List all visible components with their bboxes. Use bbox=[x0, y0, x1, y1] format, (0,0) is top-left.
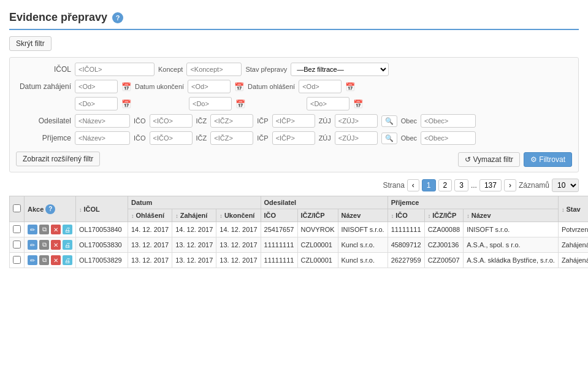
th-akce: Akce ? bbox=[25, 196, 76, 222]
edit-icon[interactable]: ✏ bbox=[28, 240, 37, 250]
table-row: ✏ ⧉ ✕ 🖨 OL170053829 13. 12. 2017 13. 12.… bbox=[10, 253, 589, 268]
records-per-page-select[interactable]: 10 25 50 bbox=[552, 179, 579, 192]
clear-filter-button[interactable]: ↺ Vymazat filtr bbox=[458, 152, 520, 167]
print-icon[interactable]: 🖨 bbox=[63, 255, 72, 265]
prijemce-zuj-search-button[interactable]: 🔍 bbox=[381, 133, 397, 144]
cal-ukonceni-to-icon[interactable]: 📅 bbox=[235, 99, 245, 109]
row-actions: ✏ ⧉ ✕ 🖨 bbox=[25, 237, 76, 253]
toolbar: Skrýt filtr bbox=[9, 36, 579, 51]
prijemce-obec-input[interactable] bbox=[421, 131, 476, 145]
data-table: Akce ? ↕ IČOL Datum Odesilatel Příjemce … bbox=[9, 196, 588, 268]
odesilatel-nazev-input[interactable] bbox=[75, 114, 130, 128]
stav-select[interactable]: —Bez filtrace— bbox=[291, 63, 389, 76]
page-1-button[interactable]: 1 bbox=[422, 179, 436, 191]
th-odesilatel-group: Odesilatel bbox=[261, 196, 388, 209]
row-odesilatel-ico: 11111111 bbox=[261, 237, 297, 253]
page-header: Evidence přepravy ? bbox=[9, 6, 579, 30]
datum-zahajeni-from[interactable] bbox=[75, 80, 118, 93]
prijemce-icp-input[interactable] bbox=[272, 131, 315, 145]
row-prijemce-nazev: A.S.A., spol. s r.o. bbox=[464, 237, 559, 253]
edit-icon[interactable]: ✏ bbox=[28, 225, 37, 234]
prijemce-label: Příjemce bbox=[16, 134, 71, 142]
filter-section: IČOL Koncept Stav přepravy —Bez filtrace… bbox=[9, 57, 579, 172]
koncept-input[interactable] bbox=[186, 63, 242, 76]
page-3-button[interactable]: 3 bbox=[454, 179, 468, 191]
row-prijemce-nazev: A.S.A. skládka Bystřice, s.r.o. bbox=[464, 253, 559, 268]
odesilatel-icp-input[interactable] bbox=[272, 114, 315, 128]
expand-filter-button[interactable]: Zobrazit rozšířený filtr bbox=[16, 152, 100, 166]
th-prijemce-group: Příjemce bbox=[388, 196, 558, 209]
datum-ohlaseni-from[interactable] bbox=[299, 80, 342, 93]
odesilatel-zuj-search-button[interactable]: 🔍 bbox=[381, 115, 397, 127]
cal-ukonceni-from-icon[interactable]: 📅 bbox=[234, 82, 244, 91]
datum-ohlaseni-to[interactable] bbox=[307, 97, 349, 110]
odesilatel-zuj-input[interactable] bbox=[335, 114, 378, 128]
zuj-label-od: ZÚJ bbox=[319, 117, 331, 125]
page-ellipsis: ... bbox=[471, 181, 477, 190]
hide-filter-button[interactable]: Skrýt filtr bbox=[9, 36, 52, 51]
row-checkbox[interactable] bbox=[13, 241, 21, 249]
prev-page-button[interactable]: ‹ bbox=[407, 179, 419, 191]
print-icon[interactable]: 🖨 bbox=[63, 225, 72, 234]
filter-row-2: Datum zahájení 📅 Datum ukončení 📅 Datum … bbox=[16, 80, 572, 93]
cal-ohlaseni-from-icon[interactable]: 📅 bbox=[345, 82, 355, 91]
row-prijemce-ico: 26227959 bbox=[388, 253, 424, 268]
th-prijemce-nazev: ↕ Název bbox=[464, 209, 559, 222]
icol-input[interactable] bbox=[75, 63, 155, 76]
row-checkbox[interactable] bbox=[13, 256, 21, 264]
row-odesilatel-ico: 25417657 bbox=[261, 222, 297, 237]
filter-row-3: 📅 📅 📅 bbox=[16, 97, 572, 110]
row-prijemce-iczicz: CZJ00136 bbox=[424, 237, 464, 253]
filter-icon: ⚙ bbox=[530, 155, 537, 164]
datum-ukonceni-to[interactable] bbox=[189, 97, 232, 110]
cal-zahajeni-from-icon[interactable]: 📅 bbox=[121, 82, 131, 91]
datum-ukonceni-from[interactable] bbox=[188, 80, 231, 93]
delete-icon[interactable]: ✕ bbox=[51, 240, 61, 250]
th-icol: ↕ IČOL bbox=[76, 196, 128, 222]
row-odesilatel-nazev: Kuncl s.r.o. bbox=[338, 253, 388, 268]
row-prijemce-ico: 11111111 bbox=[388, 222, 424, 237]
print-icon[interactable]: 🖨 bbox=[63, 240, 72, 250]
refresh-icon: ↺ bbox=[465, 155, 471, 164]
delete-icon[interactable]: ✕ bbox=[51, 225, 61, 234]
table-row: ✏ ⧉ ✕ 🖨 OL170053830 13. 12. 2017 13. 12.… bbox=[10, 237, 589, 253]
row-icol: OL170053840 bbox=[76, 222, 128, 237]
copy-icon[interactable]: ⧉ bbox=[39, 255, 49, 265]
filter-row-odesilatel: Odesilatel IČO IČZ IČP ZÚJ 🔍 Obec bbox=[16, 114, 572, 128]
prijemce-ico-input[interactable] bbox=[150, 131, 193, 145]
row-stav: Zahájená bbox=[558, 253, 588, 268]
row-prijemce-nazev: INISOFT s.r.o. bbox=[464, 222, 559, 237]
row-checkbox-cell bbox=[10, 222, 25, 237]
row-prijemce-ico: 45809712 bbox=[388, 237, 424, 253]
page-help-icon[interactable]: ? bbox=[112, 12, 123, 23]
filter-button[interactable]: ⚙ Filtrovat bbox=[524, 152, 572, 167]
prijemce-nazev-input[interactable] bbox=[75, 131, 130, 145]
datum-zahajeni-to[interactable] bbox=[75, 97, 118, 110]
delete-icon[interactable]: ✕ bbox=[51, 255, 61, 265]
row-odesilatel-iczicz: CZL00001 bbox=[297, 237, 338, 253]
row-odesilatel-iczicz: NOVYROK bbox=[297, 222, 338, 237]
select-all-checkbox[interactable] bbox=[13, 204, 21, 212]
prijemce-icz-input[interactable] bbox=[210, 131, 253, 145]
copy-icon[interactable]: ⧉ bbox=[39, 225, 49, 234]
copy-icon[interactable]: ⧉ bbox=[39, 240, 49, 250]
odesilatel-icz-input[interactable] bbox=[210, 114, 253, 128]
akce-help-icon[interactable]: ? bbox=[45, 204, 55, 214]
odesilatel-obec-input[interactable] bbox=[421, 114, 476, 128]
filter-row-1: IČOL Koncept Stav přepravy —Bez filtrace… bbox=[16, 63, 572, 76]
th-stav: ↕ Stav bbox=[558, 196, 588, 222]
strana-label: Strana bbox=[383, 181, 405, 190]
page-137-button[interactable]: 137 bbox=[479, 179, 502, 191]
edit-icon[interactable]: ✏ bbox=[28, 255, 37, 265]
row-stav: Potvrzená bbox=[558, 222, 588, 237]
datum-zahajeni-label: Datum zahájení bbox=[16, 82, 71, 91]
odesilatel-ico-input[interactable] bbox=[150, 114, 193, 128]
row-odesilatel-iczicz: CZL00001 bbox=[297, 253, 338, 268]
obec-label-pr: Obec bbox=[401, 134, 417, 142]
page-2-button[interactable]: 2 bbox=[438, 179, 452, 191]
cal-ohlaseni-to-icon[interactable]: 📅 bbox=[353, 99, 363, 109]
next-page-button[interactable]: › bbox=[504, 179, 516, 191]
prijemce-zuj-input[interactable] bbox=[335, 131, 378, 145]
row-checkbox[interactable] bbox=[13, 225, 21, 233]
cal-zahajeni-to-icon[interactable]: 📅 bbox=[121, 99, 131, 109]
